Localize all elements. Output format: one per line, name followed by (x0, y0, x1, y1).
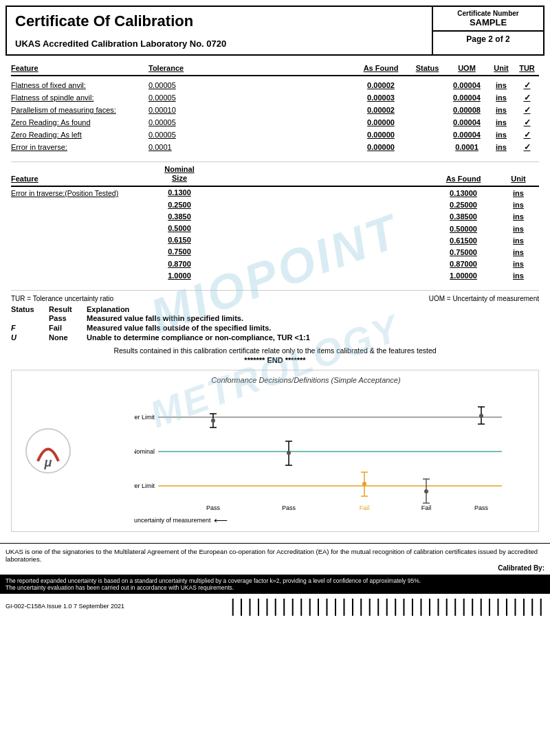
bottom-note-text: The reported expanded uncertainty is bas… (6, 577, 544, 591)
s2-unit-7: ins (498, 271, 539, 280)
doc-ref: GI-002-C158A Issue 1.0 7 September 2021 (6, 603, 124, 610)
col-header-unit: Unit (487, 64, 515, 72)
section1-row: Error in traverse: 0.0001 0.00000 0.0001… (11, 141, 539, 153)
logo-icon: μ (24, 427, 72, 475)
section1-row: Zero Reading: As found 0.00005 0.00000 0… (11, 116, 539, 129)
s1-uom-4: 0.00004 (446, 131, 487, 139)
s1-tur-4: ✓ (515, 130, 539, 140)
section2-table: Feature NominalSize As Found Unit Error … (11, 162, 539, 282)
status-val-u: U (11, 333, 49, 342)
s1-feature-3: Zero Reading: As found (11, 118, 148, 126)
svg-point-27 (479, 414, 483, 418)
header: Certificate Of Calibration UKAS Accredit… (6, 5, 544, 56)
s2-unit-5: ins (498, 248, 539, 256)
svg-text:μ: μ (44, 456, 52, 469)
ukas-text: UKAS is one of the signatories to the Mu… (6, 548, 544, 563)
s2-asfound-3: 0.50000 (429, 225, 498, 233)
col-header-uom: UOM (446, 64, 487, 72)
page-number: Page 2 of 2 (439, 34, 538, 44)
status-row-none: U None Unable to determine compliance or… (11, 333, 539, 342)
s2-unit-1: ins (498, 201, 539, 209)
uom-definition: UOM = Uncertainty of measurement (429, 295, 539, 302)
s2-nominal-2: 0.3850 (148, 212, 210, 221)
s1-tolerance-3: 0.00005 (148, 118, 210, 126)
legend-section: TUR = Tolerance uncertainty ratio UOM = … (11, 290, 539, 364)
s2-nominal-7: 1.0000 (148, 271, 210, 280)
section2-row: 0.8700 0.87000 ins (11, 258, 539, 270)
cert-number-value: SAMPLE (439, 17, 538, 27)
s2-asfound-4: 0.61500 (429, 236, 498, 245)
status-table: Status Result Explanation Pass Measured … (11, 305, 539, 342)
svg-point-23 (424, 489, 428, 493)
tur-definition: TUR = Tolerance uncertainty ratio (11, 295, 113, 302)
status-col-header: Status (11, 305, 49, 313)
header-left: Certificate Of Calibration UKAS Accredit… (7, 7, 433, 54)
s2-asfound-5: 0.75000 (429, 248, 498, 256)
s2-nominal-4: 0.6150 (148, 236, 210, 245)
tur-uom-line: TUR = Tolerance uncertainty ratio UOM = … (11, 295, 539, 302)
s1-uom-1: 0.00004 (446, 93, 487, 102)
status-row-pass: Pass Measured value falls within specifi… (11, 313, 539, 323)
s1-tur-0: ✓ (515, 80, 539, 90)
status-header-row: Status Result Explanation (11, 305, 539, 313)
svg-text:Fail: Fail (360, 504, 370, 511)
s1-tolerance-1: 0.00005 (148, 93, 210, 102)
doc-title: Certificate Of Calibration (15, 12, 424, 30)
chart-svg: Upper Limit Nominal Lower Limit (134, 390, 526, 513)
page: MIOPOINT METROLOGY Certificate Of Calibr… (0, 5, 550, 756)
s2-unit-4: ins (498, 236, 539, 245)
s2-col-asfound: As Found (429, 175, 498, 183)
calibrated-by: Calibrated By: (0, 564, 550, 572)
s1-tolerance-2: 0.00010 (148, 106, 210, 114)
status-row-fail: F Fail Measured value falls outside of t… (11, 323, 539, 333)
s1-uom-5: 0.0001 (446, 143, 487, 151)
lab-subtitle: UKAS Accredited Calibration Laboratory N… (15, 38, 424, 49)
s1-unit-4: ins (487, 131, 515, 139)
svg-text:Fail: Fail (421, 504, 432, 511)
svg-text:Nominal: Nominal (134, 448, 155, 455)
col-header-tolerance: Tolerance (148, 64, 210, 72)
uncertainty-arrow: ⟵ (214, 515, 228, 526)
col-header-tur: TUR (515, 64, 539, 72)
uncertainty-label-area: uncertainty of measurement ⟵ (134, 515, 533, 526)
svg-text:Lower Limit: Lower Limit (134, 482, 155, 489)
explanation-col-header: Explanation (87, 305, 539, 313)
s1-asfound-3: 0.00000 (353, 118, 408, 126)
bottom-note: The reported expanded uncertainty is bas… (0, 575, 550, 594)
page-number-box: Page 2 of 2 (433, 32, 543, 47)
s1-feature-4: Zero Reading: As left (11, 131, 148, 139)
s1-unit-0: ins (487, 81, 515, 89)
s2-asfound-2: 0.38500 (429, 212, 498, 221)
cert-number-label: Certificate Number (439, 10, 538, 17)
section2-row: 0.6150 0.61500 ins (11, 234, 539, 246)
chart-content: Conformance Decisions/Definitions (Simpl… (79, 376, 533, 526)
svg-point-19 (362, 482, 366, 486)
s2-col-unit: Unit (498, 175, 539, 183)
col-header-feature: Feature (11, 64, 148, 72)
section1-row: Flatness of spindle anvil: 0.00005 0.000… (11, 91, 539, 104)
s1-unit-1: ins (487, 93, 515, 102)
s2-feature-0: Error in traverse:(Position Tested) (11, 189, 148, 197)
chart-area: Upper Limit Nominal Lower Limit (134, 390, 526, 513)
section2-row: 0.7500 0.75000 ins (11, 246, 539, 258)
section1-row: Flatness of fixed anvil: 0.00005 0.00002… (11, 79, 539, 91)
s1-asfound-1: 0.00003 (353, 93, 408, 102)
svg-point-15 (287, 451, 291, 455)
result-val-pass: Pass (49, 314, 87, 322)
explanation-val-fail: Measured value falls outside of the spec… (87, 324, 539, 332)
chart-section: μ Conformance Decisions/Definitions (Sim… (11, 370, 539, 532)
explanation-val-pass: Measured value falls within specified li… (87, 314, 539, 322)
s2-nominal-0: 0.1300 (148, 188, 210, 197)
s1-tolerance-4: 0.00005 (148, 131, 210, 139)
result-col-header: Result (49, 305, 87, 313)
ukas-footer: UKAS is one of the signatories to the Mu… (0, 543, 550, 563)
col-header-status: Status (408, 64, 446, 72)
s2-asfound-7: 1.00000 (429, 271, 498, 280)
s1-asfound-5: 0.00000 (353, 143, 408, 151)
s1-asfound-2: 0.00002 (353, 106, 408, 114)
s1-feature-0: Flatness of fixed anvil: (11, 81, 148, 89)
section1-row: Parallelism of measuring faces: 0.00010 … (11, 104, 539, 116)
s1-tur-5: ✓ (515, 142, 539, 152)
s2-nominal-3: 0.5000 (148, 224, 210, 233)
svg-text:Pass: Pass (282, 504, 296, 511)
